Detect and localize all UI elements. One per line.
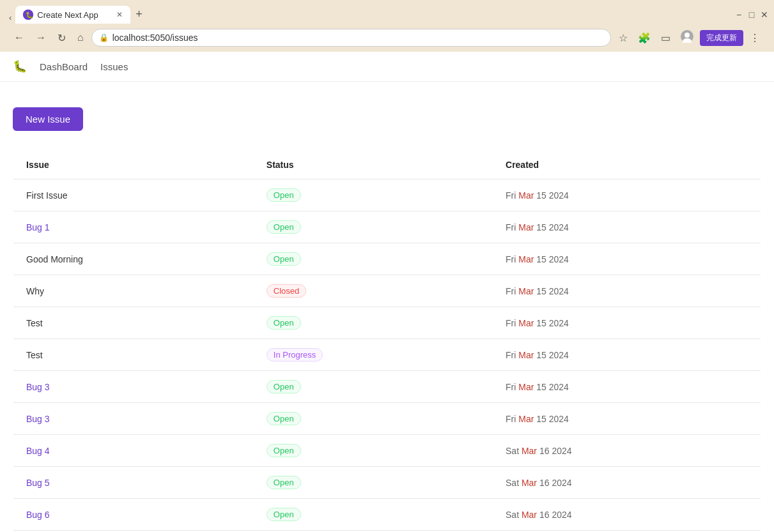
- issue-link[interactable]: Bug 3: [26, 414, 50, 424]
- cell-issue: Test: [13, 339, 254, 371]
- date-text: Fri Mar 15 2024: [506, 222, 569, 232]
- cell-created: Sat Mar 16 2024: [493, 499, 761, 531]
- status-badge: Open: [267, 220, 301, 234]
- home-btn[interactable]: ⌂: [74, 29, 88, 46]
- nav-bar: 🐛 DashBoard Issues: [0, 52, 774, 82]
- col-issue: Issue: [13, 151, 254, 179]
- minimize-btn[interactable]: −: [734, 10, 743, 19]
- browser-actions: ☆ 🧩 ▭ 完成更新 ⋮: [615, 27, 764, 48]
- table-row: Bug 5OpenSat Mar 16 2024: [13, 467, 761, 499]
- cell-status: Closed: [254, 275, 493, 307]
- profile-btn[interactable]: [677, 27, 697, 48]
- col-created: Created: [493, 151, 761, 179]
- cell-status: Open: [254, 435, 493, 467]
- sidebar-btn[interactable]: ▭: [657, 29, 674, 47]
- cell-created: Fri Mar 15 2024: [493, 307, 761, 339]
- reload-btn[interactable]: ↻: [54, 29, 70, 47]
- extensions-btn[interactable]: 🧩: [634, 29, 654, 47]
- cell-status: Open: [254, 499, 493, 531]
- close-btn[interactable]: ✕: [760, 10, 769, 19]
- cell-created: Fri Mar 15 2024: [493, 371, 761, 403]
- tab-favicon: 🐛: [23, 10, 33, 20]
- issue-title: Test: [26, 350, 43, 360]
- cell-created: Sat Mar 16 2024: [493, 435, 761, 467]
- issue-link[interactable]: Bug 3: [26, 382, 50, 392]
- cell-issue[interactable]: Bug 3: [13, 403, 254, 435]
- update-btn[interactable]: 完成更新: [700, 30, 743, 46]
- table-row: TestOpenFri Mar 15 2024: [13, 307, 761, 339]
- status-badge: Open: [267, 412, 301, 425]
- cell-issue[interactable]: Bug 6: [13, 499, 254, 531]
- tab-title: Create Next App: [37, 10, 98, 20]
- svg-point-3: [685, 33, 690, 38]
- col-status: Status: [254, 151, 493, 179]
- date-text: Fri Mar 15 2024: [506, 318, 569, 328]
- cell-created: Sat Mar 16 2024: [493, 467, 761, 499]
- table-row: First IssueOpenFri Mar 15 2024: [13, 179, 761, 211]
- menu-btn[interactable]: ⋮: [746, 29, 764, 47]
- main-area: New Issue Issue Status Created First Iss…: [0, 82, 774, 532]
- status-badge: Open: [267, 380, 301, 393]
- browser-tab-active[interactable]: 🐛 Create Next App ✕: [15, 6, 130, 24]
- cell-status: Open: [254, 467, 493, 499]
- new-issue-button[interactable]: New Issue: [13, 107, 83, 131]
- table-row: Bug 3OpenFri Mar 15 2024: [13, 403, 761, 435]
- address-bar-row: ← → ↻ ⌂ 🔒 ☆ 🧩 ▭ 完成更新 ⋮: [5, 24, 769, 52]
- svg-text:🐛: 🐛: [26, 11, 33, 19]
- window-controls: − □ ✕: [734, 10, 769, 19]
- table-row: Bug 4OpenSat Mar 16 2024: [13, 435, 761, 467]
- tab-bar: ‹ 🐛 Create Next App ✕ + − □ ✕: [5, 5, 769, 24]
- cell-status: In Progress: [254, 339, 493, 371]
- status-badge: Open: [267, 188, 301, 202]
- table-row: Bug 6OpenSat Mar 16 2024: [13, 499, 761, 531]
- table-head: Issue Status Created: [13, 151, 761, 179]
- date-text: Fri Mar 15 2024: [506, 190, 569, 201]
- issue-title: Good Morning: [26, 254, 83, 264]
- cell-status: Open: [254, 403, 493, 435]
- address-input[interactable]: [91, 29, 611, 47]
- page-content: 🐛 DashBoard Issues New Issue Issue Statu…: [0, 52, 774, 532]
- status-badge: Open: [267, 508, 301, 521]
- issue-link[interactable]: Bug 1: [26, 222, 50, 232]
- tab-close-btn[interactable]: ✕: [116, 10, 123, 19]
- nav-link-issues[interactable]: Issues: [100, 61, 128, 72]
- tab-back-btn[interactable]: ‹: [5, 11, 15, 24]
- table-row: Bug 1OpenFri Mar 15 2024: [13, 211, 761, 243]
- cell-issue: Good Morning: [13, 243, 254, 275]
- tab-list: ‹ 🐛 Create Next App ✕ +: [5, 5, 734, 24]
- table-header-row: Issue Status Created: [13, 151, 761, 179]
- date-text: Sat Mar 16 2024: [506, 510, 572, 520]
- status-badge: Open: [267, 252, 301, 266]
- cell-created: Fri Mar 15 2024: [493, 211, 761, 243]
- issue-title: First Issue: [26, 190, 68, 201]
- nav-link-dashboard[interactable]: DashBoard: [40, 61, 88, 72]
- issue-link[interactable]: Bug 4: [26, 446, 50, 456]
- cell-created: Fri Mar 15 2024: [493, 243, 761, 275]
- forward-btn[interactable]: →: [32, 29, 50, 46]
- issue-link[interactable]: Bug 5: [26, 478, 50, 488]
- date-text: Fri Mar 15 2024: [506, 414, 569, 424]
- back-btn[interactable]: ←: [10, 29, 28, 46]
- date-text: Fri Mar 15 2024: [506, 350, 569, 360]
- cell-created: Fri Mar 15 2024: [493, 339, 761, 371]
- cell-issue[interactable]: Bug 5: [13, 467, 254, 499]
- issue-title: Test: [26, 318, 43, 328]
- table-row: Good MorningOpenFri Mar 15 2024: [13, 243, 761, 275]
- cell-issue[interactable]: Bug 1: [13, 211, 254, 243]
- issue-title: Why: [26, 286, 44, 296]
- nav-logo-icon: 🐛: [13, 59, 27, 73]
- date-text: Fri Mar 15 2024: [506, 286, 569, 296]
- star-btn[interactable]: ☆: [615, 29, 631, 47]
- new-tab-btn[interactable]: +: [130, 5, 148, 24]
- cell-status: Open: [254, 307, 493, 339]
- cell-created: Fri Mar 15 2024: [493, 403, 761, 435]
- cell-issue[interactable]: Bug 3: [13, 371, 254, 403]
- issue-link[interactable]: Bug 6: [26, 510, 50, 520]
- status-badge: Open: [267, 316, 301, 330]
- maximize-btn[interactable]: □: [747, 10, 756, 19]
- cell-issue[interactable]: Bug 4: [13, 435, 254, 467]
- cell-status: Open: [254, 179, 493, 211]
- issues-table: Issue Status Created First IssueOpenFri …: [13, 150, 761, 532]
- cell-status: Open: [254, 371, 493, 403]
- cell-issue: Why: [13, 275, 254, 307]
